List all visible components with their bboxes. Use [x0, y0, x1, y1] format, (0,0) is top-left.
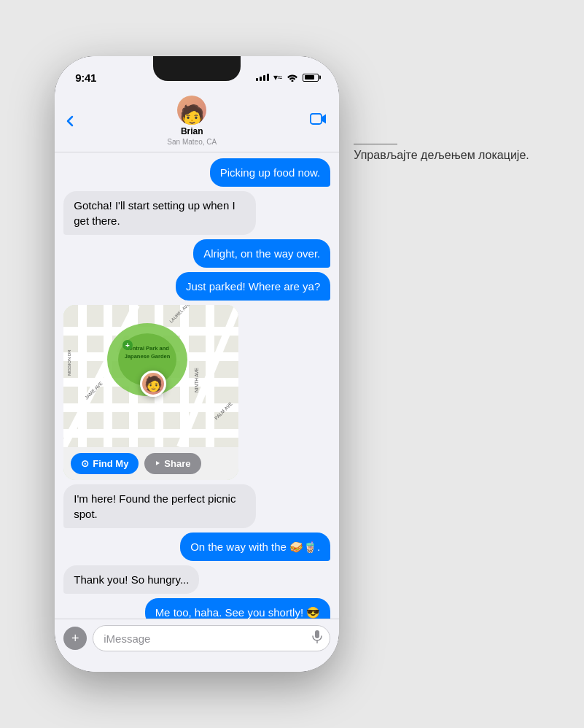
message-6: I'm here! Found the perfect picnic spot. — [63, 484, 330, 528]
phone-frame: 9:41 ▾≈ — [55, 56, 339, 672]
share-icon: ‣ — [155, 458, 160, 469]
bubble-sent: Just parked! Where are ya? — [176, 272, 330, 301]
message-7: On the way with the 🥪🧋. — [63, 533, 330, 561]
contact-location: San Mateo, CA — [167, 138, 217, 146]
bubble-received: I'm here! Found the perfect picnic spot. — [63, 484, 256, 528]
input-area: + iMessage — [55, 619, 339, 672]
battery-icon — [303, 74, 319, 82]
wifi-icon-svg — [287, 73, 298, 82]
svg-rect-26 — [315, 630, 319, 638]
bubble-sent: Picking up food now. — [210, 158, 331, 187]
bubble-sent: On the way with the 🥪🧋. — [180, 533, 330, 561]
svg-rect-7 — [78, 305, 87, 447]
annotation-container: Управљајте дељењем локације. — [354, 144, 529, 163]
message-8: Thank you! So hungry... — [63, 565, 330, 594]
messages-area[interactable]: Picking up food now. Gotcha! I'll start … — [55, 152, 339, 619]
annotation-text: Управљајте дељењем локације. — [354, 147, 529, 163]
status-icons: ▾≈ — [256, 72, 319, 82]
phone-inner: 9:41 ▾≈ — [55, 56, 339, 672]
annotation-line — [354, 144, 397, 144]
avatar: 🧑 — [177, 96, 206, 125]
back-button[interactable] — [66, 115, 74, 127]
svg-text:Japanese Garden: Japanese Garden — [125, 353, 171, 360]
message-input-field[interactable]: iMessage — [93, 625, 330, 651]
map-bubble[interactable]: Central Park and Japanese Garden + MISSI… — [63, 305, 238, 480]
find-my-icon: ⊙ — [81, 458, 89, 469]
find-my-label: Find My — [93, 458, 128, 469]
status-time: 9:41 — [75, 71, 96, 84]
wifi-icon: ▾≈ — [273, 72, 283, 82]
phone-notch — [153, 56, 241, 81]
message-3: Alright, on the way over. — [63, 239, 330, 268]
mic-icon[interactable] — [312, 630, 322, 646]
message-map: Central Park and Japanese Garden + MISSI… — [63, 305, 330, 480]
message-1: Picking up food now. — [63, 158, 330, 187]
add-attachment-button[interactable]: + — [63, 627, 87, 650]
contact-info[interactable]: 🧑 Brian San Mateo, CA — [167, 96, 217, 146]
svg-text:+: + — [125, 341, 130, 349]
video-call-button[interactable] — [310, 112, 327, 129]
message-4: Just parked! Where are ya? — [63, 272, 330, 301]
share-location-button[interactable]: ‣ Share — [144, 453, 200, 474]
svg-rect-8 — [104, 305, 112, 447]
find-my-button[interactable]: ⊙ Find My — [71, 453, 139, 474]
message-2: Gotcha! I'll start setting up when I get… — [63, 191, 330, 235]
bubble-received: Thank you! So hungry... — [63, 565, 199, 594]
bubble-sent: Me too, haha. See you shortly! 😎 — [145, 598, 331, 619]
plus-icon: + — [71, 631, 79, 646]
message-9: Me too, haha. See you shortly! 😎 — [63, 598, 330, 619]
svg-text:MISSION DR: MISSION DR — [67, 349, 71, 376]
signal-icon — [256, 74, 269, 81]
svg-rect-0 — [311, 114, 322, 124]
share-label: Share — [164, 458, 190, 469]
location-pin: 🧑 — [140, 371, 166, 397]
nav-bar: 🧑 Brian San Mateo, CA — [55, 93, 339, 152]
svg-text:NINTH AVE: NINTH AVE — [194, 368, 199, 392]
map-visual: Central Park and Japanese Garden + MISSI… — [63, 305, 238, 447]
map-actions: ⊙ Find My ‣ Share — [63, 447, 238, 480]
bubble-sent: Alright, on the way over. — [193, 239, 330, 268]
input-placeholder: iMessage — [104, 632, 150, 645]
bubble-received: Gotcha! I'll start setting up when I get… — [63, 191, 256, 235]
page-wrapper: 9:41 ▾≈ — [55, 56, 529, 672]
contact-name: Brian — [181, 126, 203, 136]
